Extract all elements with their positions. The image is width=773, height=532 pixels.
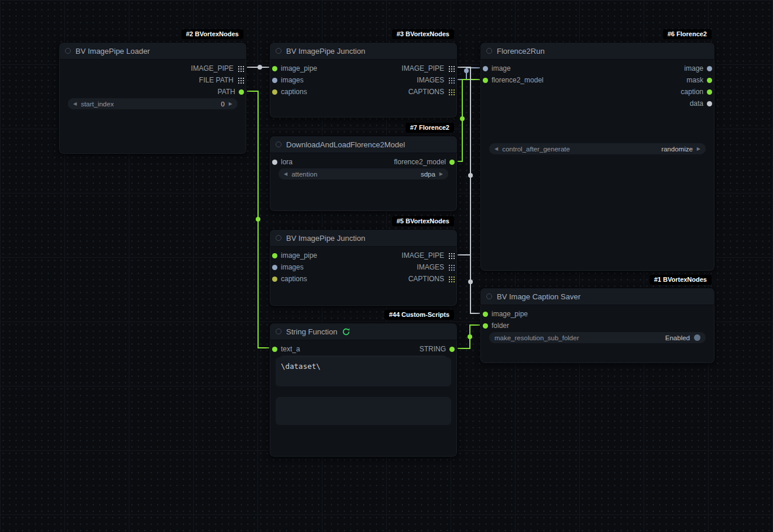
widget-make_resolution_sub_folder[interactable]: make_resolution_sub_folderEnabled [489,332,706,343]
node-header[interactable]: BV ImagePipe Loader [59,43,246,60]
input-pin-image[interactable] [483,66,488,71]
widget-label: start_index [81,101,114,108]
input-captions: captions [272,273,307,285]
node-badge: #3 BVortexNodes [392,29,454,39]
node-title: Florence2Run [497,47,545,56]
input-captions: captions [272,86,307,98]
output-pin-IMAGES[interactable] [448,264,455,271]
node-badge: #5 BVortexNodes [392,216,454,226]
output-IMAGE_PIPE: IMAGE_PIPE [401,250,455,261]
node-header[interactable]: Florence2Run [480,43,714,60]
output-pin-PATH[interactable] [239,89,244,95]
input-pin-images[interactable] [272,78,277,83]
arrow-right-icon[interactable]: ▶ [439,172,443,177]
output-pin-STRING[interactable] [449,347,455,352]
link-dot-junction5-image-pipe-to-saver [468,279,473,284]
input-pin-captions[interactable] [272,277,277,282]
input-label: image [492,64,511,72]
output-pin-IMAGE_PIPE[interactable] [448,252,455,259]
arrow-left-icon[interactable]: ◀ [284,172,287,177]
output-pin-data[interactable] [707,101,712,106]
node-string-function[interactable]: #44 Custom-ScriptsString Functiontext_aS… [269,323,458,457]
output-label: IMAGES [417,263,444,271]
input-pin-text_a[interactable] [272,347,277,352]
input-image: image [483,63,511,74]
output-pin-IMAGE_PIPE[interactable] [237,65,244,72]
output-pin-florence2_model[interactable] [449,160,455,165]
node-florence2-run[interactable]: #6 Florence2Florence2Runimageflorence2_m… [480,42,715,271]
input-label: lora [281,158,293,166]
arrow-right-icon[interactable]: ▶ [229,102,232,106]
widget-attention[interactable]: ◀attentionsdpa▶ [279,168,448,179]
node-badge: #1 BVortexNodes [650,275,712,285]
input-pin-images[interactable] [272,265,277,270]
output-label: IMAGE_PIPE [191,64,233,72]
widget-value: sdpa [421,171,435,178]
output-IMAGES: IMAGES [417,261,455,273]
collapse-icon[interactable] [276,141,281,147]
output-pin-caption[interactable] [707,89,712,95]
output-pin-IMAGES[interactable] [448,77,455,84]
output-label: IMAGES [417,76,444,84]
input-pin-folder[interactable] [483,323,488,329]
widget-control_after_generate[interactable]: ◀control_after_generaterandomize▶ [489,143,706,154]
node-title: DownloadAndLoadFlorence2Model [286,140,405,149]
output-caption: caption [681,86,712,98]
collapse-icon[interactable] [276,235,281,241]
input-images: images [272,74,304,86]
node-image-pipe-junction-5[interactable]: #5 BVortexNodesBV ImagePipe Junctionimag… [269,229,458,306]
collapse-icon[interactable] [276,329,281,334]
node-graph-canvas[interactable]: #2 BVortexNodesBV ImagePipe LoaderIMAGE_… [0,0,773,532]
node-badge: #44 Custom-Scripts [384,310,454,320]
output-pin-FILE PATH[interactable] [237,77,244,84]
output-pin-image[interactable] [707,66,712,71]
link-junction3-images-to-florence-image [455,68,483,80]
output-label: caption [681,88,703,96]
output-pin-IMAGE_PIPE[interactable] [448,65,455,72]
input-pin-captions[interactable] [272,89,277,95]
input-pin-image_pipe[interactable] [483,312,488,317]
input-pin-lora[interactable] [272,160,277,165]
input-images: images [272,261,304,273]
output-FILE PATH: FILE PATH [199,74,244,86]
output-pin-CAPTIONS[interactable] [448,88,455,95]
node-badge: #7 Florence2 [406,123,454,133]
arrow-left-icon[interactable]: ◀ [73,102,77,106]
node-badge: #2 BVortexNodes [181,29,243,39]
node-image-pipe-loader[interactable]: #2 BVortexNodesBV ImagePipe LoaderIMAGE_… [59,42,247,154]
node-header[interactable]: BV Image Caption Saver [480,288,714,305]
input-pin-image_pipe[interactable] [272,253,277,258]
output-CAPTIONS: CAPTIONS [408,273,455,285]
collapse-icon[interactable] [486,48,492,54]
collapse-icon[interactable] [486,293,492,299]
arrow-left-icon[interactable]: ◀ [494,147,498,151]
output-mask: mask [686,74,712,86]
output-label: STRING [420,345,446,353]
node-image-caption-saver[interactable]: #1 BVortexNodesBV Image Caption Saverima… [480,288,715,364]
output-label: CAPTIONS [408,88,444,96]
node-header[interactable]: BV ImagePipe Junction [270,43,457,60]
arrow-right-icon[interactable]: ▶ [697,147,700,151]
input-pin-florence2_model[interactable] [483,78,488,83]
node-header[interactable]: BV ImagePipe Junction [270,230,457,247]
input-label: florence2_model [492,76,544,84]
output-pin-CAPTIONS[interactable] [448,275,455,282]
output-IMAGES: IMAGES [417,74,455,86]
node-download-florence2-model[interactable]: #7 Florence2DownloadAndLoadFlorence2Mode… [269,136,458,212]
link-florence2-model-link [455,80,483,161]
node-header[interactable]: DownloadAndLoadFlorence2Model [270,136,457,153]
toggle-knob[interactable] [694,334,700,341]
output-label: CAPTIONS [408,275,444,283]
output-pin-mask[interactable] [707,78,712,83]
node-badge: #6 Florence2 [663,29,712,39]
collapse-icon[interactable] [276,48,281,54]
widget-textarea-text_a[interactable]: \dataset\ [276,357,451,386]
output-label: IMAGE_PIPE [401,64,444,72]
widget-textarea-text_b[interactable] [276,397,451,425]
collapse-icon[interactable] [65,48,71,54]
node-image-pipe-junction-3[interactable]: #3 BVortexNodesBV ImagePipe Junctionimag… [269,42,458,118]
widget-start_index[interactable]: ◀start_index0▶ [68,98,238,109]
refresh-icon [342,327,351,336]
node-header[interactable]: String Function [270,323,457,340]
input-pin-image_pipe[interactable] [272,66,277,71]
